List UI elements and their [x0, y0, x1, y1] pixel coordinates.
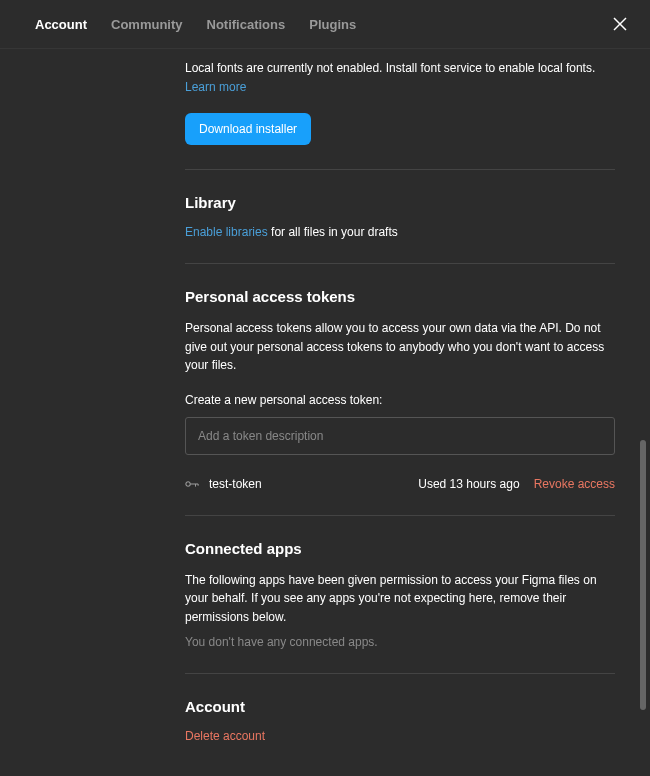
connected-apps-empty: You don't have any connected apps.: [185, 635, 615, 649]
library-title: Library: [185, 194, 615, 211]
fonts-description: Local fonts are currently not enabled. I…: [185, 59, 615, 77]
tokens-section: Personal access tokens Personal access t…: [185, 263, 615, 491]
connected-apps-description: The following apps have been given permi…: [185, 571, 615, 627]
token-input-wrap: [185, 417, 615, 455]
create-token-label: Create a new personal access token:: [185, 393, 615, 407]
scrollbar-thumb[interactable]: [640, 440, 646, 710]
tab-community[interactable]: Community: [111, 17, 183, 32]
connected-apps-section: Connected apps The following apps have b…: [185, 515, 615, 649]
download-installer-button[interactable]: Download installer: [185, 113, 311, 145]
tab-notifications[interactable]: Notifications: [207, 17, 286, 32]
token-row: test-token Used 13 hours ago Revoke acce…: [185, 477, 615, 491]
enable-libraries-link[interactable]: Enable libraries: [185, 225, 268, 239]
tab-plugins[interactable]: Plugins: [309, 17, 356, 32]
key-icon: [185, 479, 199, 489]
tokens-title: Personal access tokens: [185, 288, 615, 305]
learn-more-link[interactable]: Learn more: [185, 80, 246, 94]
token-used-time: Used 13 hours ago: [418, 477, 519, 491]
connected-apps-title: Connected apps: [185, 540, 615, 557]
account-title: Account: [185, 698, 615, 715]
delete-account-link[interactable]: Delete account: [185, 729, 615, 743]
library-text: Enable libraries for all files in your d…: [185, 225, 615, 239]
tab-account[interactable]: Account: [35, 17, 87, 32]
account-section: Account Delete account: [185, 673, 615, 743]
tabs: Account Community Notifications Plugins: [35, 17, 356, 32]
token-left: test-token: [185, 477, 262, 491]
token-description-input[interactable]: [186, 418, 614, 454]
settings-content: Local fonts are currently not enabled. I…: [0, 49, 650, 775]
token-name: test-token: [209, 477, 262, 491]
library-section: Library Enable libraries for all files i…: [185, 169, 615, 239]
library-suffix: for all files in your drafts: [268, 225, 398, 239]
svg-point-2: [186, 482, 190, 486]
revoke-access-link[interactable]: Revoke access: [534, 477, 615, 491]
token-right: Used 13 hours ago Revoke access: [418, 477, 615, 491]
close-button[interactable]: [610, 14, 630, 34]
close-icon: [613, 17, 627, 31]
tokens-description: Personal access tokens allow you to acce…: [185, 319, 615, 375]
